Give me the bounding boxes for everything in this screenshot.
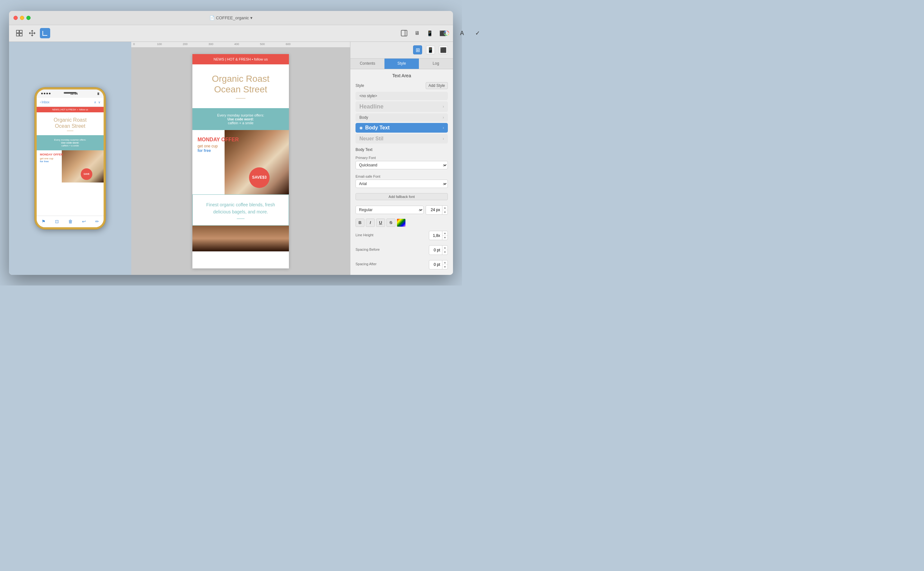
right-panel: ⊞ 📱 ⬛ Contents Style Log Text Area Style…: [350, 42, 453, 275]
svg-rect-2: [16, 34, 19, 36]
phone-news-banner: NEWS | HOT & FRESH • follow us: [37, 107, 103, 112]
toolbar-right: 🖥 📱 ⬛: [232, 28, 448, 38]
email-header: NEWS | HOT & FRESH • follow us: [192, 54, 289, 64]
panel-frame-icon[interactable]: ⊞: [413, 45, 422, 54]
italic-button[interactable]: I: [366, 219, 375, 227]
back-button[interactable]: ‹ Inbox: [40, 100, 49, 104]
sb-down[interactable]: ▼: [442, 250, 448, 254]
email-text-box[interactable]: Finest organic coffee blends, fresh deli…: [192, 194, 289, 226]
canvas-scroll[interactable]: NEWS | HOT & FRESH • follow us Organic R…: [131, 48, 350, 275]
canvas-area: 0 100 200 300 400 500 600 NEWS | HOT & F…: [131, 42, 350, 275]
phone-status-bar: 12:34 ▓: [37, 90, 103, 98]
ruler-marks: 0 100 200 300 400 500 600: [131, 42, 350, 47]
tab-style[interactable]: Style: [385, 59, 419, 69]
lh-down[interactable]: ▼: [442, 236, 448, 240]
down-arrow-icon[interactable]: ∨: [98, 100, 100, 104]
close-button[interactable]: [14, 16, 18, 20]
email-bottom-image: [192, 225, 289, 252]
phone-speaker: [64, 92, 77, 94]
folder-icon[interactable]: ⊡: [55, 219, 59, 224]
window-title-area: 📄 COFFEE_organic ▾: [209, 15, 253, 20]
add-fallback-button[interactable]: Add fallback font: [356, 193, 448, 200]
dropdown-arrow[interactable]: ▾: [250, 15, 253, 20]
email-safe-label: Email-safe Font: [356, 174, 448, 178]
email-safe-select[interactable]: Arial Georgia Times New Roman: [356, 180, 448, 188]
style-item-body[interactable]: Body ›: [356, 113, 448, 122]
weight-select[interactable]: Regular Bold Light: [356, 206, 424, 214]
phone-title-divider: [67, 131, 73, 131]
svg-rect-3: [20, 34, 22, 36]
style-item-no-style[interactable]: <no style>: [356, 92, 448, 100]
weight-dropdown-wrap: Regular Bold Light: [356, 206, 424, 214]
color-swatch[interactable]: [397, 219, 406, 227]
panel-device-icon[interactable]: 📱: [426, 45, 435, 54]
size-stepper[interactable]: ▲ ▼: [426, 205, 448, 215]
move-tool-icon[interactable]: [27, 28, 37, 38]
spacing-after-input-wrap[interactable]: ▲ ▼: [429, 260, 448, 269]
neuer-stil-chevron: ›: [443, 136, 444, 141]
sb-up[interactable]: ▲: [442, 245, 448, 250]
line-height-input[interactable]: [429, 232, 442, 239]
sb-stepper: ▲ ▼: [442, 245, 448, 254]
email-canvas[interactable]: NEWS | HOT & FRESH • follow us Organic R…: [192, 54, 289, 269]
up-arrow-icon[interactable]: ∧: [94, 100, 96, 104]
size-input[interactable]: [426, 206, 442, 213]
size-up[interactable]: ▲: [442, 206, 448, 210]
flag-icon[interactable]: ⚑: [42, 219, 46, 224]
back-icon: ‹: [40, 100, 41, 104]
phone-teal-line1: Every monday surprise offers:: [40, 138, 100, 141]
monitor-icon[interactable]: 🖥: [412, 28, 422, 38]
svg-rect-1: [20, 30, 22, 33]
maximize-button[interactable]: [26, 16, 31, 20]
add-style-button[interactable]: Add Style: [426, 82, 448, 89]
line-height-stepper: ▲ ▼: [442, 231, 448, 240]
style-item-neuer-stil[interactable]: Neuer Stil ›: [356, 134, 448, 144]
sa-stepper: ▲ ▼: [442, 261, 448, 269]
ruler-100: 100: [157, 43, 162, 46]
phone-save-badge: SAVE: [81, 168, 92, 180]
main-toolbar: A ✓ 🖥 📱 ⬛: [9, 25, 453, 42]
phone-title-section: Organic Roast Ocean Street: [37, 112, 103, 135]
corner-tool-icon[interactable]: [40, 28, 50, 38]
format-row: B I U S: [350, 217, 453, 228]
spacing-before-input-wrap[interactable]: ▲ ▼: [429, 245, 448, 255]
spacing-after-input[interactable]: [429, 261, 442, 268]
tab-log[interactable]: Log: [419, 59, 453, 69]
save-line1: SAVE: [252, 175, 262, 180]
style-item-headline[interactable]: Headline ›: [356, 101, 448, 112]
color-wheel-icon[interactable]: [441, 28, 452, 38]
phone-teal-line3: caffein + a smile: [40, 144, 100, 147]
line-height-input-wrap[interactable]: ▲ ▼: [429, 231, 448, 240]
strikethrough-button[interactable]: S: [387, 219, 396, 227]
sa-up[interactable]: ▲: [442, 261, 448, 265]
window-title: COFFEE_organic: [216, 15, 249, 20]
panel-tablet-icon[interactable]: ⬛: [439, 45, 448, 54]
add-fallback-section: Add fallback font: [350, 191, 453, 203]
style-item-body-text[interactable]: ◉ Body Text ›: [356, 123, 448, 133]
compose-icon[interactable]: ✏: [95, 219, 99, 224]
sa-down[interactable]: ▼: [442, 265, 448, 269]
panel-icon[interactable]: [399, 28, 409, 38]
layout-tool-icon[interactable]: [14, 28, 25, 38]
nav-arrows[interactable]: ∧ ∨: [94, 100, 100, 104]
lh-up[interactable]: ▲: [442, 231, 448, 236]
phone-dot-sep: •: [77, 108, 78, 111]
email-teal-line2: Use code word:: [200, 117, 281, 121]
spacing-before-input[interactable]: [429, 247, 442, 254]
email-title: Organic Roast Ocean Street: [199, 73, 282, 95]
body-chevron: ›: [443, 115, 444, 120]
minimize-button[interactable]: [20, 16, 24, 20]
size-down[interactable]: ▼: [442, 210, 448, 215]
trash-icon[interactable]: 🗑: [68, 219, 73, 224]
headline-preview: Headline: [359, 103, 383, 110]
tab-contents[interactable]: Contents: [350, 59, 385, 69]
traffic-lights: [9, 16, 31, 20]
primary-font-select[interactable]: Quicksand Arial Georgia: [356, 161, 448, 169]
svg-rect-0: [16, 30, 19, 33]
phone-icon[interactable]: 📱: [425, 28, 435, 38]
bold-button[interactable]: B: [356, 219, 365, 227]
ruler-300: 300: [208, 43, 213, 46]
reply-icon[interactable]: ↩: [82, 219, 86, 224]
email-safe-font-section: Email-safe Font Arial Georgia Times New …: [350, 172, 453, 191]
underline-button[interactable]: U: [376, 219, 385, 227]
